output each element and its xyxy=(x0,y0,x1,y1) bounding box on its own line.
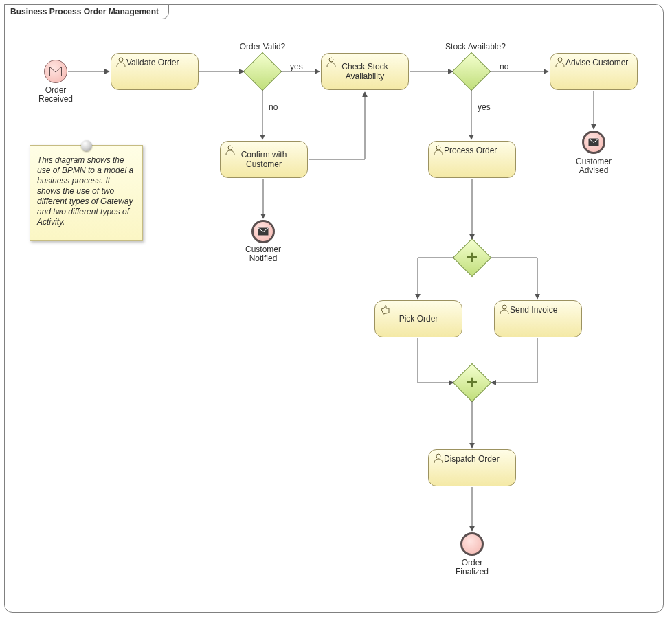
edge-label-order-valid-yes: yes xyxy=(290,62,303,71)
task-process-order[interactable]: Process Order xyxy=(428,141,516,178)
user-icon xyxy=(499,304,510,317)
user-icon xyxy=(555,56,565,69)
task-label: Validate Order xyxy=(126,58,194,67)
task-label: Process Order xyxy=(444,146,511,155)
event-order-received[interactable] xyxy=(44,60,67,83)
svg-point-9 xyxy=(436,454,440,458)
event-label-order-finalized: OrderFinalized xyxy=(445,559,500,576)
user-icon xyxy=(115,56,126,69)
svg-point-1 xyxy=(119,58,123,62)
svg-point-7 xyxy=(436,146,440,150)
task-label: Send Invoice xyxy=(510,305,577,315)
event-customer-advised[interactable] xyxy=(582,131,605,154)
task-validate-order[interactable]: Validate Order xyxy=(111,53,199,90)
gateway-order-valid[interactable] xyxy=(249,58,276,85)
gateway-label-order-valid: Order Valid? xyxy=(238,42,287,52)
edge-label-stock-no: no xyxy=(500,62,508,71)
task-advise-customer[interactable]: Advise Customer xyxy=(550,53,638,90)
gateway-parallel-split[interactable]: + xyxy=(458,244,486,271)
gateway-stock-available[interactable] xyxy=(458,58,485,85)
task-check-stock[interactable]: Check StockAvailability xyxy=(321,53,409,90)
task-label: Dispatch Order xyxy=(444,454,511,464)
diagram-title: Business Process Order Management xyxy=(4,4,169,19)
event-label-customer-notified: CustomerNotified xyxy=(236,245,291,263)
task-pick-order[interactable]: Pick Order xyxy=(374,300,462,337)
gateway-label-stock-available: Stock Available? xyxy=(441,42,510,52)
gateway-parallel-join[interactable]: + xyxy=(458,369,486,396)
task-dispatch-order[interactable]: Dispatch Order xyxy=(428,449,516,486)
svg-point-8 xyxy=(502,305,506,309)
edge-label-stock-yes: yes xyxy=(478,102,491,112)
edge-label-order-valid-no: no xyxy=(269,102,278,112)
diagram-frame: Business Process Order Management This d… xyxy=(4,4,664,613)
task-label: Confirm withCustomer xyxy=(221,142,307,177)
event-customer-notified[interactable] xyxy=(251,220,275,243)
task-label: Pick Order xyxy=(375,301,462,337)
user-icon xyxy=(433,453,444,466)
task-label: Advise Customer xyxy=(565,58,633,67)
diagram-note: This diagram shows the use of BPMN to a … xyxy=(30,145,143,241)
task-confirm-customer[interactable]: Confirm withCustomer xyxy=(220,141,308,178)
event-label-order-received: OrderReceived xyxy=(28,86,83,104)
task-send-invoice[interactable]: Send Invoice xyxy=(494,300,582,337)
svg-point-3 xyxy=(558,58,562,62)
event-order-finalized[interactable] xyxy=(460,532,484,556)
user-icon xyxy=(433,144,444,157)
event-label-customer-advised: CustomerAdvised xyxy=(566,157,621,175)
task-label: Check StockAvailability xyxy=(322,54,408,89)
